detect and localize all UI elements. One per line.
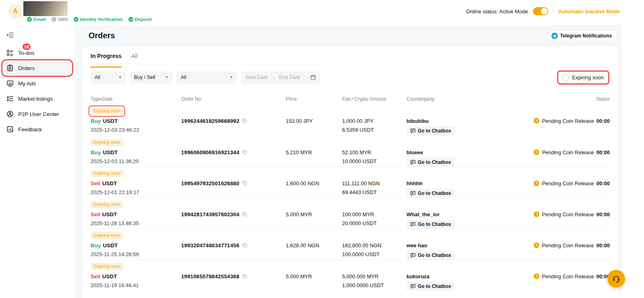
automatic-inactive-mode-link[interactable]: Automatic Inactive Mode	[558, 8, 620, 14]
order-no-cell: 1994281743957602304	[181, 211, 286, 229]
clock-icon	[534, 273, 539, 279]
sidebar-item-my-ads[interactable]: AD My Ads	[3, 77, 71, 90]
check-circle-icon	[128, 17, 133, 22]
toggle-knob	[541, 8, 547, 14]
order-status-text: Pending Coin Release	[542, 273, 594, 279]
headset-icon	[612, 274, 621, 283]
expiring-soon-tag: Expiring soon	[91, 232, 123, 239]
counterparty-cell: blueee Go to Chatbox	[407, 149, 527, 167]
expiring-soon-tag-wrap: Expiring soon	[91, 107, 123, 115]
check-circle-icon	[74, 17, 78, 22]
order-no-cell: 1996060906916921344	[181, 149, 286, 167]
expiring-soon-filter[interactable]: Expiring soon	[558, 72, 608, 83]
counterparty-cell: bibubibu Go to Chatbox	[407, 118, 527, 135]
go-to-chatbox-label: Go to Chatbox	[418, 252, 451, 258]
copy-icon[interactable]	[242, 212, 247, 217]
telegram-notifications-button[interactable]: Telegram Notifications	[546, 30, 617, 41]
order-asset: USDT	[103, 118, 118, 124]
copy-icon[interactable]	[242, 243, 247, 248]
order-status-text: Pending Coin Release	[542, 211, 594, 217]
divider	[553, 8, 553, 14]
expiring-soon-tag: Expiring soon	[91, 108, 123, 115]
expiring-soon-tag-wrap: Expiring soon	[91, 200, 123, 208]
fiat-amount: 162,800.00 NGN	[342, 242, 407, 249]
orders-table-body: Expiring soon Buy USDT 2025-12-03 23:46:…	[91, 105, 610, 291]
order-row: Expiring soon Buy USDT 2025-12-03 11:36:…	[91, 136, 610, 167]
order-status-text: Pending Coin Release	[542, 149, 594, 155]
amount-cell: 100.000 MYR 20.0000 USDT	[342, 211, 407, 229]
crypto-amount: 100.0000 USDT	[342, 251, 407, 257]
verification-deposit: Deposit	[128, 17, 152, 22]
sidebar-item-todos[interactable]: To-dos 18	[3, 46, 71, 60]
go-to-chatbox-button[interactable]: Go to Chatbox	[407, 251, 455, 260]
go-to-chatbox-button[interactable]: Go to Chatbox	[407, 189, 455, 198]
expiring-soon-tag: Expiring soon	[91, 170, 123, 177]
order-datetime: 2025-11-19 16:46:41	[91, 282, 181, 288]
clock-icon	[534, 180, 539, 186]
counterparty-name: blueee	[407, 149, 423, 156]
tab-all[interactable]: All	[131, 53, 138, 64]
type-date-cell: Buy USDT 2025-12-03 11:36:20	[91, 149, 181, 167]
chevron-down-icon: ▼	[165, 75, 169, 79]
order-side: Sell	[91, 273, 100, 279]
filters-row: All ▼ Buy / Sell ▼ All ▼ Start Date → En…	[91, 71, 610, 83]
check-circle-icon	[27, 17, 32, 22]
go-to-chatbox-button[interactable]: Go to Chatbox	[407, 158, 455, 167]
customer-support-fab[interactable]	[607, 270, 625, 288]
go-to-chatbox-button[interactable]: Go to Chatbox	[407, 220, 455, 229]
collapse-sidebar-button[interactable]	[6, 31, 14, 39]
date-range-picker[interactable]: Start Date → End Date	[241, 71, 320, 83]
column-header: Type/Date	[91, 96, 181, 102]
online-status-toggle[interactable]	[533, 7, 548, 15]
counterparty-name: What_the_lor	[407, 211, 440, 218]
expiring-soon-checkbox[interactable]	[563, 74, 569, 81]
avatar[interactable]: A	[8, 4, 23, 19]
fiat-amount: 52.100 MYR	[342, 149, 407, 156]
telegram-icon	[551, 33, 558, 39]
order-datetime: 2025-11-28 13:46:35	[91, 220, 181, 226]
sidebar-item-feedback[interactable]: Feedback	[3, 122, 71, 136]
collapse-sidebar-icon	[6, 32, 14, 38]
copy-icon[interactable]	[242, 181, 247, 186]
sidebar-item-orders[interactable]: Orders	[3, 61, 71, 75]
sidebar-item-label: Feedback	[18, 126, 42, 132]
fiat-amount: 1,000.00 JPY	[342, 118, 407, 124]
status-filter-dropdown[interactable]: All ▼	[177, 71, 237, 83]
copy-icon[interactable]	[242, 118, 247, 123]
verification-label: Email	[33, 17, 46, 22]
counterparty-name: bibubibu	[407, 118, 429, 124]
go-to-chatbox-label: Go to Chatbox	[418, 128, 451, 134]
orders-icon	[6, 64, 14, 72]
order-no-cell: 1995497932501626880	[181, 180, 286, 198]
expiring-soon-tag: Expiring soon	[91, 263, 123, 270]
price-cell: 1,628.00 NGN	[286, 242, 342, 260]
sidebar-item-market-listings[interactable]: Market listings	[3, 92, 71, 106]
sidebar-item-p2p-user-center[interactable]: P2P User Center	[3, 107, 71, 121]
expiring-soon-tag: Expiring soon	[91, 139, 123, 146]
expiring-soon-tag: Expiring soon	[91, 201, 123, 208]
type-date-cell: Buy USDT 2025-12-03 23:46:22	[91, 118, 181, 135]
tab-in-progress[interactable]: In Progress	[91, 53, 122, 64]
column-header: Fiat / Crypto Amount	[342, 96, 407, 102]
order-price: 1,628.00 NGN	[286, 242, 342, 249]
verification-label: Deposit	[135, 17, 152, 22]
sidebar-collapse-row	[0, 25, 74, 42]
status-cell: Pending Coin Release 00:00	[527, 242, 610, 260]
order-number: 1996060906916921344	[181, 149, 239, 155]
side-filter-dropdown[interactable]: Buy / Sell ▼	[130, 71, 173, 83]
verification-label: Identity Verification	[80, 17, 123, 22]
column-header: Price	[286, 96, 342, 102]
type-filter-dropdown[interactable]: All ▼	[91, 71, 126, 83]
redacted-username	[23, 1, 68, 16]
order-asset: USDT	[103, 242, 118, 248]
order-number: 1991065578842554368	[181, 273, 239, 279]
type-date-cell: Sell USDT 2025-11-19 16:46:41	[91, 273, 181, 291]
go-to-chatbox-button[interactable]: Go to Chatbox	[407, 282, 455, 291]
copy-icon[interactable]	[242, 150, 247, 155]
copy-icon[interactable]	[242, 274, 247, 279]
table-header-row: Type/Date Order No. Price Fiat / Crypto …	[91, 96, 610, 102]
go-to-chatbox-button[interactable]: Go to Chatbox	[407, 126, 455, 135]
telegram-notifications-label: Telegram Notifications	[560, 33, 612, 39]
counterparty-name: wee hao	[407, 242, 427, 249]
order-side: Sell	[91, 180, 100, 186]
